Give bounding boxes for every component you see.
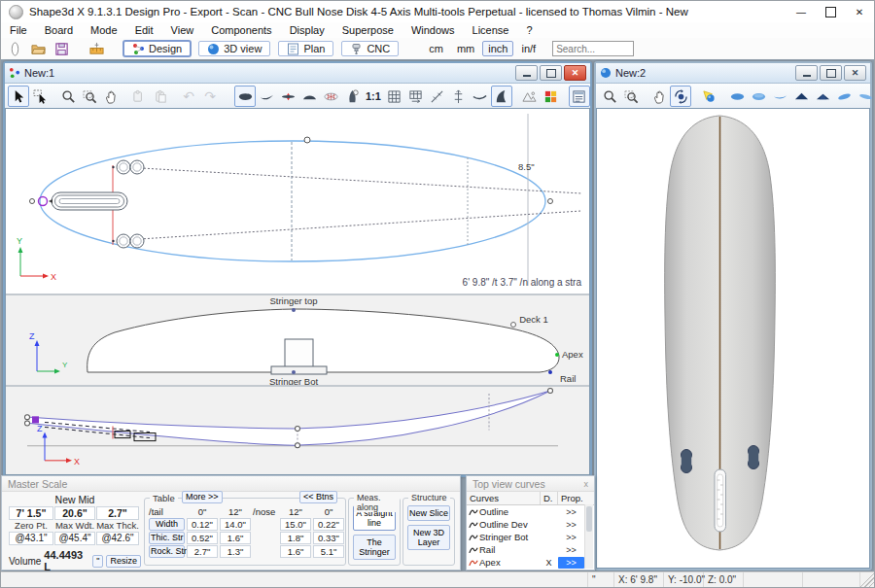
curve-row[interactable]: Outline Dev >> [467, 518, 594, 531]
copy-icon[interactable] [128, 86, 150, 107]
curve-row[interactable]: Stringer Bot >> [467, 531, 594, 543]
close-button[interactable]: ✕ [845, 1, 874, 22]
menu-item[interactable]: File [1, 24, 36, 36]
pan-tool-icon[interactable] [100, 86, 122, 107]
table-cell[interactable]: 15.0" [280, 518, 311, 531]
side-view-icon[interactable] [769, 86, 790, 107]
dimension-position[interactable]: @42.6" [96, 532, 139, 545]
center-line-icon[interactable] [448, 86, 470, 107]
cnc-button[interactable]: CNC [341, 41, 399, 56]
unit-option[interactable]: mm [451, 41, 480, 56]
curve-row[interactable]: Outline >> [467, 505, 594, 518]
master-scale-header[interactable]: Master Scale [2, 476, 460, 492]
minimize-button[interactable] [515, 65, 538, 81]
prop-button[interactable]: >> [558, 506, 584, 518]
the-stringer-button[interactable]: The Stringer [353, 535, 396, 560]
save-icon[interactable] [52, 40, 71, 57]
btns-button[interactable]: << Btns [299, 491, 337, 503]
prop-button[interactable]: >> [558, 557, 584, 569]
prop-button[interactable]: >> [558, 519, 584, 531]
unit-option[interactable]: cm [423, 41, 449, 56]
dimension-value[interactable]: 7' 1.5" [9, 506, 53, 520]
table-cell[interactable]: 1.3" [220, 545, 251, 558]
row-label-button[interactable]: Thic. Str [149, 532, 185, 544]
outline-view-icon[interactable] [234, 86, 256, 107]
export-grid-icon[interactable] [405, 86, 427, 107]
menu-item[interactable]: License [464, 24, 518, 36]
table-cell[interactable]: 0.52" [187, 532, 218, 544]
maximize-button[interactable] [820, 65, 842, 81]
top-view-icon[interactable] [748, 86, 769, 107]
open-file-icon[interactable] [28, 40, 48, 57]
select-tool-icon[interactable] [8, 86, 29, 107]
slice-view-canvas[interactable]: Stringer top Deck 1 Apex Rail Stringer B… [6, 294, 589, 385]
row-label-button[interactable]: Width [149, 518, 185, 531]
unit-toggle-button[interactable]: " [92, 555, 103, 568]
table-cell[interactable]: 0.12" [187, 518, 218, 531]
properties-panel-icon[interactable] [569, 86, 590, 107]
menu-item[interactable]: Windows [402, 24, 464, 36]
bottom-view-icon[interactable] [726, 86, 748, 107]
top-view-curves-header[interactable]: Top view curves x [467, 476, 594, 492]
table-cell[interactable]: 14.0" [220, 518, 251, 531]
curve-row[interactable]: Rail >> [467, 543, 594, 556]
dimension-position[interactable]: @43.1" [9, 532, 53, 545]
perspective-view-icon[interactable] [833, 86, 855, 107]
fin-icon[interactable] [491, 86, 512, 107]
maximize-button[interactable] [540, 65, 562, 81]
paste-icon[interactable] [150, 86, 171, 107]
dimensions-icon[interactable] [87, 40, 106, 57]
prop-button[interactable]: >> [558, 544, 584, 556]
top-view-canvas[interactable]: 8.5" Y X 6' 9.8" /t 3.7" /n along a stra [6, 109, 589, 294]
zoom-tool-icon[interactable] [57, 86, 79, 107]
back-view-icon[interactable] [812, 86, 833, 107]
table-cell[interactable]: 5.1" [313, 545, 344, 558]
plan-button[interactable]: Plan [278, 41, 333, 56]
menu-item[interactable]: Superpose [333, 24, 402, 36]
zoom-window-tool-icon[interactable] [620, 86, 642, 107]
grid-icon[interactable] [384, 86, 405, 107]
table-cell[interactable]: 1.6" [280, 545, 311, 558]
table-cell[interactable]: 2.7" [187, 545, 218, 558]
row-label-button[interactable]: Rock. Str [149, 545, 185, 558]
menu-item[interactable]: Edit [126, 24, 162, 36]
menu-item[interactable]: Components [202, 24, 280, 36]
unit-option[interactable]: inch [482, 41, 513, 56]
curve-row[interactable]: Apex X >> [467, 556, 594, 569]
thickness-view-icon[interactable] [277, 86, 298, 107]
select-zone-tool-icon[interactable] [29, 86, 51, 107]
prop-button[interactable]: >> [558, 570, 584, 571]
dimension-position[interactable]: @45.4" [54, 532, 95, 545]
rotate-3d-tool-icon[interactable] [670, 86, 691, 107]
board-3d-view-icon[interactable] [341, 86, 363, 107]
slice-curve-icon[interactable] [470, 86, 491, 107]
deck-view-icon[interactable] [298, 86, 320, 107]
new-board-icon[interactable] [5, 40, 24, 57]
perspective-view-2-icon[interactable] [855, 86, 875, 107]
resize-button[interactable]: Resize [106, 555, 141, 568]
zoom-window-tool-icon[interactable] [79, 86, 100, 107]
more-button[interactable]: More >> [182, 491, 223, 503]
minimize-button[interactable]: — [787, 1, 816, 22]
unit-option[interactable]: in/f [515, 41, 542, 56]
dimension-value[interactable]: 2.7" [96, 506, 139, 520]
table-cell[interactable]: 1.8" [280, 532, 311, 544]
new-slice-button[interactable]: New Slice [407, 505, 450, 521]
curve-display-flag[interactable]: X [540, 558, 558, 568]
background-image-icon[interactable] [519, 86, 541, 107]
light-icon[interactable] [698, 86, 719, 107]
front-view-icon[interactable] [790, 86, 812, 107]
panel-close-icon[interactable]: x [584, 479, 589, 489]
new-3d-layer-button[interactable]: New 3D Layer [407, 525, 450, 550]
rocker-view-icon[interactable] [256, 86, 277, 107]
menu-item[interactable]: Board [36, 24, 82, 36]
maximize-button[interactable] [816, 1, 845, 22]
menu-item[interactable]: Display [281, 24, 333, 36]
scale-1-1-label[interactable]: 1:1 [363, 90, 384, 102]
undo-icon[interactable]: ↶ [178, 86, 199, 107]
curves-scrollbar[interactable] [584, 504, 593, 569]
color-palette-icon[interactable] [541, 86, 562, 107]
pan-tool-icon[interactable] [648, 86, 670, 107]
curve-row[interactable]: Deck 1 >> [467, 569, 594, 570]
measurements-icon[interactable] [427, 86, 448, 107]
